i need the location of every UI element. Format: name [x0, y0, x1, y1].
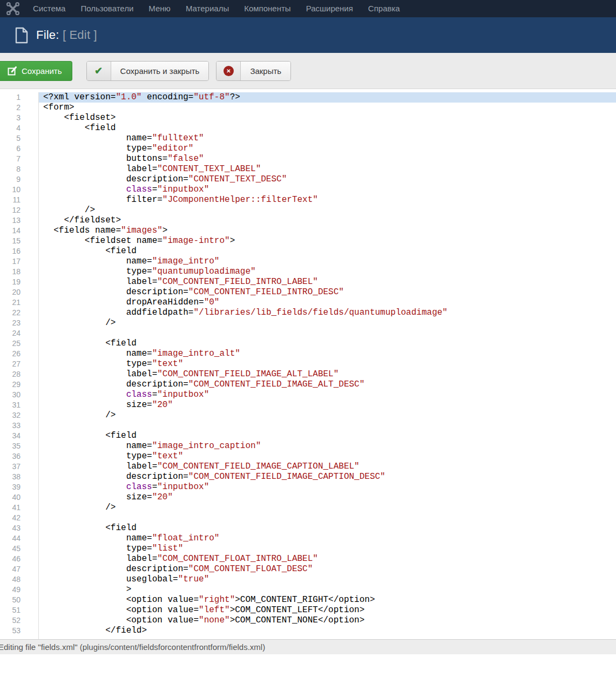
code-line[interactable]: name="float_intro"	[39, 533, 616, 544]
line-number: 35	[0, 441, 38, 451]
line-number: 37	[0, 462, 38, 472]
code-line[interactable]: type="text"	[39, 451, 616, 462]
code-line[interactable]: addfieldpath="/libraries/lib_fields/fiel…	[39, 308, 616, 318]
code-line[interactable]: label="COM_CONTENT_FIELD_INTRO_LABEL"	[39, 277, 616, 287]
code-line[interactable]: name="image_intro_alt"	[39, 349, 616, 359]
code-plain-token: =	[152, 185, 158, 194]
code-editor[interactable]: 1234567891011121314151617181920212223242…	[0, 89, 616, 639]
code-line[interactable]: buttons="false"	[39, 154, 616, 164]
joomla-logo-icon[interactable]	[6, 2, 20, 16]
code-line[interactable]: label="CONTENT_TEXT_LABEL"	[39, 164, 616, 174]
code-line[interactable]: type="editor"	[39, 144, 616, 154]
line-number: 28	[0, 369, 38, 380]
line-number: 6	[0, 144, 38, 154]
code-line[interactable]: <field	[39, 246, 616, 256]
code-line[interactable]: class="inputbox"	[39, 482, 616, 492]
line-number: 10	[0, 185, 38, 195]
code-area[interactable]: <?xml version="1.0" encoding="utf-8"?><f…	[39, 92, 616, 639]
code-line[interactable]: dropAreaHidden="0"	[39, 297, 616, 308]
code-line[interactable]: description="COM_CONTENT_FIELD_IMAGE_CAP…	[39, 472, 616, 482]
admin-menubar: СистемаПользователиМенюМатериалыКомпонен…	[0, 0, 616, 17]
menubar-item-0[interactable]: Система	[25, 0, 73, 17]
code-line[interactable]: class="inputbox"	[39, 390, 616, 400]
save-button-label: Сохранить	[22, 66, 62, 76]
code-line[interactable]: type="quantumuploadimage"	[39, 267, 616, 277]
save-button[interactable]: Сохранить	[0, 61, 72, 81]
code-line[interactable]: <fieldset>	[39, 113, 616, 123]
code-line[interactable]: </fieldset>	[39, 215, 616, 226]
code-plain-token: description=	[43, 380, 188, 389]
code-string-token: "COM_CONTENT_FIELD_INTRO_LABEL"	[157, 277, 318, 287]
code-plain-token: >	[43, 585, 131, 594]
code-plain-token: =	[152, 390, 158, 399]
code-plain-token: useglobal=	[43, 574, 178, 584]
line-number: 49	[0, 585, 38, 595]
code-line[interactable]: <option value="right">COM_CONTENT_RIGHT<…	[39, 595, 616, 605]
code-line[interactable]: <option value="none">COM_CONTENT_NONE</o…	[39, 615, 616, 626]
code-plain-token: <option value=	[43, 595, 199, 605]
code-string-token: "none"	[199, 615, 230, 625]
menubar-item-2[interactable]: Меню	[141, 0, 178, 17]
line-number: 25	[0, 338, 38, 349]
code-line[interactable]: type="text"	[39, 359, 616, 369]
save-and-close-button[interactable]: ✔ Сохранить и закрыть	[86, 61, 209, 81]
code-line[interactable]: />	[39, 205, 616, 215]
menubar-item-1[interactable]: Пользователи	[73, 0, 141, 17]
code-line[interactable]: <fieldset name="image-intro">	[39, 236, 616, 246]
code-line[interactable]: name="image_intro"	[39, 256, 616, 267]
code-line[interactable]: description="COM_CONTENT_FIELD_INTRO_DES…	[39, 287, 616, 297]
code-line[interactable]: >	[39, 585, 616, 595]
close-button-label: Закрыть	[241, 62, 290, 80]
code-line[interactable]: />	[39, 503, 616, 513]
code-plain-token: buttons=	[43, 154, 167, 164]
code-line[interactable]: <form>	[39, 103, 616, 113]
menubar-item-6[interactable]: Справка	[361, 0, 408, 17]
code-line[interactable]: <field	[39, 338, 616, 349]
menubar-item-5[interactable]: Расширения	[299, 0, 361, 17]
code-line[interactable]: class="inputbox"	[39, 185, 616, 195]
code-string-token: "image_intro_caption"	[152, 441, 261, 451]
code-string-token: "quantumuploadimage"	[152, 267, 256, 276]
code-line[interactable]: />	[39, 318, 616, 328]
code-line[interactable]: <?xml version="1.0" encoding="utf-8"?>	[39, 92, 616, 103]
code-line[interactable]: useglobal="true"	[39, 574, 616, 585]
code-line[interactable]: label="COM_CONTENT_FLOAT_INTRO_LABEL"	[39, 554, 616, 564]
line-number: 26	[0, 349, 38, 359]
status-bar: Editing file "fields.xml" (plugins/conte…	[0, 639, 616, 654]
line-number: 8	[0, 164, 38, 174]
code-line[interactable]: type="list"	[39, 544, 616, 554]
code-line[interactable]: description="CONTENT_TEXT_DESC"	[39, 174, 616, 185]
code-plain-token: <fieldset>	[43, 113, 116, 123]
code-plain-token: label=	[43, 277, 157, 287]
code-line[interactable]: />	[39, 410, 616, 421]
code-plain-token: <fields name=	[43, 226, 121, 235]
close-button[interactable]: ✕ Закрыть	[216, 61, 291, 81]
code-line[interactable]: label="COM_CONTENT_FIELD_IMAGE_ALT_LABEL…	[39, 369, 616, 380]
line-number: 2	[0, 103, 38, 113]
menubar-item-4[interactable]: Компоненты	[236, 0, 298, 17]
menubar-item-3[interactable]: Материалы	[178, 0, 236, 17]
code-plain-token: <field	[43, 431, 137, 441]
code-line[interactable]: name="image_intro_caption"	[39, 441, 616, 451]
code-line[interactable]: filter="JComponentHelper::filterText"	[39, 195, 616, 205]
page-title-file: File:	[36, 28, 59, 42]
code-line[interactable]: label="COM_CONTENT_FIELD_IMAGE_CAPTION_L…	[39, 462, 616, 472]
code-line[interactable]	[39, 513, 616, 523]
code-plain-token: label=	[43, 554, 157, 564]
code-line[interactable]: <fields name="images">	[39, 226, 616, 236]
code-line[interactable]: <field	[39, 123, 616, 133]
code-line[interactable]: name="fulltext"	[39, 133, 616, 144]
code-line[interactable]: </field>	[39, 626, 616, 636]
code-keyword-token: class	[126, 390, 152, 399]
line-number: 17	[0, 256, 38, 267]
code-line[interactable]: <option value="left">COM_CONTENT_LEFT</o…	[39, 605, 616, 615]
code-line[interactable]: size="20"	[39, 400, 616, 410]
code-line[interactable]	[39, 328, 616, 338]
code-line[interactable]: <field	[39, 431, 616, 441]
code-line[interactable]: <field	[39, 523, 616, 533]
code-line[interactable]: description="COM_CONTENT_FLOAT_DESC"	[39, 564, 616, 574]
code-line[interactable]	[39, 421, 616, 431]
code-line[interactable]: description="COM_CONTENT_FIELD_IMAGE_ALT…	[39, 380, 616, 390]
code-line[interactable]: size="20"	[39, 492, 616, 503]
code-plain-token: description=	[43, 174, 188, 184]
